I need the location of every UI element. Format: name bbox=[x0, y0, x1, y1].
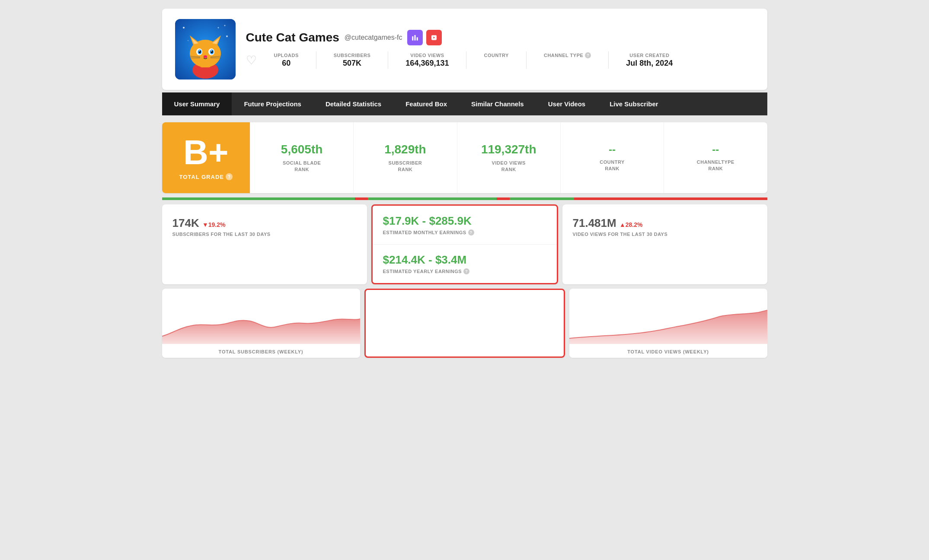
subscribers-30days-value: 174K ▼19.2% bbox=[172, 216, 357, 230]
nav-item-future-projections[interactable]: Future Projections bbox=[232, 92, 313, 115]
monthly-earnings-help-icon[interactable]: ? bbox=[468, 229, 474, 235]
grade-label-text: TOTAL GRADE bbox=[179, 174, 224, 180]
svg-point-20 bbox=[211, 51, 211, 51]
progress-seg-2 bbox=[291, 197, 355, 200]
subscribers-stat: SUBSCRIBERS 507K bbox=[334, 53, 371, 68]
grade-help-icon[interactable]: ? bbox=[226, 173, 233, 180]
video-views-chart-card: TOTAL VIDEO VIEWS (WEEKLY) bbox=[569, 289, 767, 358]
svg-point-1 bbox=[183, 27, 185, 29]
social-icons bbox=[407, 30, 442, 45]
favorite-icon[interactable]: ♡ bbox=[246, 53, 257, 67]
nav-item-similar-channels[interactable]: Similar Channels bbox=[459, 92, 536, 115]
subscribers-chart-svg bbox=[162, 289, 360, 345]
channel-handle: @cutecatgames-fc bbox=[345, 34, 402, 41]
channel-avatar bbox=[175, 19, 236, 80]
channel-name: Cute Cat Games bbox=[246, 31, 339, 45]
stat-divider-4 bbox=[526, 51, 527, 69]
nav-item-user-summary[interactable]: User Summary bbox=[162, 92, 232, 115]
svg-rect-27 bbox=[415, 35, 416, 41]
nav-item-live-subscriber[interactable]: Live Subscriber bbox=[597, 92, 670, 115]
monthly-earnings-value: $17.9K - $285.9K bbox=[383, 214, 546, 228]
stat-divider-3 bbox=[466, 51, 466, 69]
stat-divider-2 bbox=[388, 51, 388, 69]
subscriber-rank-value: 1,829th bbox=[384, 143, 426, 156]
progress-bar bbox=[162, 197, 767, 200]
uploads-stat: UPLOADS 60 bbox=[274, 53, 299, 68]
header-card: Cute Cat Games @cutecatgames-fc bbox=[162, 9, 767, 90]
channel-type-stat: CHANNEL TYPE ? bbox=[544, 52, 591, 68]
svg-point-3 bbox=[188, 40, 188, 41]
yearly-earnings-label: ESTIMATED YEARLY EARNINGS ? bbox=[383, 268, 546, 274]
subscriber-rank-label: SUBSCRIBERRANK bbox=[389, 160, 422, 173]
subscribers-30days-card: 174K ▼19.2% SUBSCRIBERS FOR THE LAST 30 … bbox=[162, 204, 367, 284]
svg-point-4 bbox=[226, 35, 228, 37]
content-area: B+ TOTAL GRADE ? 5,605th SOCIAL BLADERAN… bbox=[162, 122, 767, 358]
progress-seg-6 bbox=[510, 197, 574, 200]
progress-seg-3 bbox=[355, 197, 368, 200]
header-stats-row: ♡ UPLOADS 60 SUBSCRIBERS 507K VIDEO VIEW… bbox=[246, 51, 754, 69]
svg-point-5 bbox=[217, 27, 219, 29]
svg-point-2 bbox=[224, 25, 225, 26]
channeltype-rank: -- CHANNELTYPERANK bbox=[664, 122, 767, 193]
yearly-earnings-help-icon[interactable]: ? bbox=[463, 268, 469, 274]
video-views-chart-svg bbox=[569, 289, 767, 345]
page-wrapper: Cute Cat Games @cutecatgames-fc bbox=[162, 9, 767, 358]
video-views-rank-label: VIDEO VIEWSRANK bbox=[492, 160, 526, 173]
grade-label-row: TOTAL GRADE ? bbox=[179, 173, 233, 180]
video-views-change: ▲28.2% bbox=[619, 221, 643, 228]
svg-rect-26 bbox=[412, 36, 414, 41]
monthly-earnings-label: ESTIMATED MONTHLY EARNINGS ? bbox=[383, 229, 546, 235]
grade-box: B+ TOTAL GRADE ? bbox=[162, 122, 250, 193]
socialblade-icon[interactable] bbox=[407, 30, 423, 45]
social-blade-rank-value: 5,605th bbox=[281, 143, 323, 156]
video-views-30days-card: 71.481M ▲28.2% VIDEO VIEWS FOR THE LAST … bbox=[562, 204, 767, 284]
subscribers-30days-label: SUBSCRIBERS FOR THE LAST 30 DAYS bbox=[172, 232, 357, 237]
subscriber-rank: 1,829th SUBSCRIBERRANK bbox=[353, 122, 457, 193]
stats-cards-row: 174K ▼19.2% SUBSCRIBERS FOR THE LAST 30 … bbox=[162, 204, 767, 284]
user-created-stat: USER CREATED Jul 8th, 2024 bbox=[626, 53, 673, 68]
country-stat: COUNTRY bbox=[484, 53, 508, 68]
nav-item-user-videos[interactable]: User Videos bbox=[536, 92, 597, 115]
stat-divider-5 bbox=[608, 51, 609, 69]
progress-seg-7 bbox=[574, 197, 767, 200]
channel-name-row: Cute Cat Games @cutecatgames-fc bbox=[246, 30, 754, 45]
channeltype-rank-label: CHANNELTYPERANK bbox=[697, 159, 734, 172]
channel-info: Cute Cat Games @cutecatgames-fc bbox=[246, 30, 754, 69]
nav-bar: User Summary Future Projections Detailed… bbox=[162, 92, 767, 115]
stat-divider-1 bbox=[316, 51, 316, 69]
chart-cards-row: TOTAL SUBSCRIBERS (WEEKLY) bbox=[162, 289, 767, 358]
social-blade-rank: 5,605th SOCIAL BLADERANK bbox=[250, 122, 353, 193]
video-views-rank: 119,327th VIDEO VIEWSRANK bbox=[457, 122, 560, 193]
channeltype-rank-value: -- bbox=[712, 143, 719, 156]
youtube-icon[interactable] bbox=[426, 30, 442, 45]
rank-items: 5,605th SOCIAL BLADERANK 1,829th SUBSCRI… bbox=[250, 122, 767, 193]
channel-type-help-icon[interactable]: ? bbox=[585, 52, 591, 58]
svg-point-21 bbox=[204, 55, 207, 58]
nav-item-detailed-statistics[interactable]: Detailed Statistics bbox=[313, 92, 393, 115]
svg-point-19 bbox=[198, 51, 199, 51]
video-views-stat: VIDEO VIEWS 164,369,131 bbox=[405, 53, 449, 68]
grade-letter: B+ bbox=[183, 135, 229, 170]
video-views-30days-label: VIDEO VIEWS FOR THE LAST 30 DAYS bbox=[573, 232, 757, 237]
yearly-earnings-section: $214.4K - $3.4M ESTIMATED YEARLY EARNING… bbox=[373, 245, 557, 283]
country-rank-label: COUNTRYRANK bbox=[600, 159, 624, 172]
earnings-card: $17.9K - $285.9K ESTIMATED MONTHLY EARNI… bbox=[371, 204, 558, 284]
svg-rect-28 bbox=[417, 37, 418, 41]
subscribers-chart-label: TOTAL SUBSCRIBERS (WEEKLY) bbox=[162, 344, 360, 358]
progress-seg-1 bbox=[162, 197, 291, 200]
progress-seg-5 bbox=[497, 197, 510, 200]
subscribers-chart-card: TOTAL SUBSCRIBERS (WEEKLY) bbox=[162, 289, 360, 358]
progress-seg-4 bbox=[368, 197, 497, 200]
country-rank-value: -- bbox=[609, 143, 616, 156]
social-blade-rank-label: SOCIAL BLADERANK bbox=[283, 160, 321, 173]
video-views-chart-label: TOTAL VIDEO VIEWS (WEEKLY) bbox=[569, 344, 767, 358]
video-views-30days-value: 71.481M ▲28.2% bbox=[573, 216, 757, 230]
nav-item-featured-box[interactable]: Featured Box bbox=[393, 92, 459, 115]
country-rank: -- COUNTRYRANK bbox=[560, 122, 664, 193]
video-views-rank-value: 119,327th bbox=[481, 143, 536, 156]
yearly-earnings-value: $214.4K - $3.4M bbox=[383, 253, 546, 267]
subscribers-change: ▼19.2% bbox=[202, 221, 226, 228]
earnings-chart-placeholder bbox=[364, 289, 565, 358]
monthly-earnings-section: $17.9K - $285.9K ESTIMATED MONTHLY EARNI… bbox=[373, 206, 557, 244]
ranks-card: B+ TOTAL GRADE ? 5,605th SOCIAL BLADERAN… bbox=[162, 122, 767, 193]
